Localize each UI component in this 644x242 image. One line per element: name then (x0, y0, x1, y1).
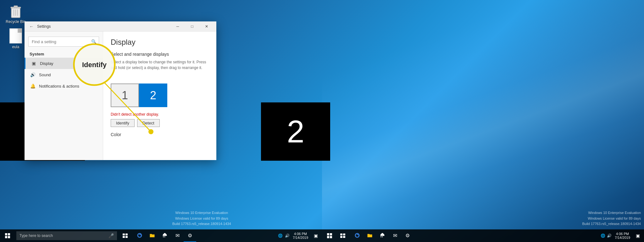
taskbar-explorer-icon-2[interactable] (364, 229, 376, 242)
taskbar-apps: ✉ ⚙ (133, 229, 196, 242)
taskbar-right: 🌐 🔊 4:06 PM 7/14/2019 ▣ (277, 229, 322, 242)
watermark-right: Windows 10 Enterprise Evaluation Windows… (582, 210, 641, 227)
taskbar-settings-icon[interactable]: ⚙ (184, 229, 196, 242)
notifications-icon: 🔔 (30, 83, 36, 89)
taskbar-apps-2: ✉ ⚙ (351, 229, 414, 242)
window-titlebar: ← Settings ─ □ ✕ (25, 21, 216, 32)
recycle-bin-icon[interactable]: Recycle Bin (3, 3, 28, 24)
clock-date-2: 7/14/2019 (615, 236, 630, 239)
task-view-button-2[interactable] (337, 229, 348, 242)
search-icon: 🔍 (91, 39, 97, 44)
svg-rect-18 (327, 233, 329, 235)
sidebar-item-notifications[interactable]: 🔔 Notifications & actions (25, 80, 103, 92)
clock-area[interactable]: 4:06 PM 7/14/2019 (290, 229, 311, 242)
notification-center-button-2[interactable]: ▣ (633, 229, 643, 242)
display-1-number: 1 (122, 89, 128, 102)
window-close-button[interactable]: ✕ (199, 21, 214, 32)
network-tray-icon[interactable]: 🌐 (277, 229, 283, 242)
identify-button[interactable]: Identify (111, 119, 135, 127)
svg-rect-2 (14, 6, 18, 7)
window-controls: ─ □ ✕ (170, 21, 214, 32)
detect-button[interactable]: Detect (137, 119, 160, 127)
taskbar-search-mic-icon: 🎤 (108, 233, 114, 238)
notification-center-button[interactable]: ▣ (311, 229, 321, 242)
svg-rect-15 (125, 233, 128, 235)
clock-area-2[interactable]: 4:06 PM 7/14/2019 (612, 229, 633, 242)
monitor-right-overlay: 2 (261, 102, 330, 161)
display-icon: ▣ (31, 60, 37, 66)
settings-window: ← Settings ─ □ ✕ 🔍 System ▣ Display 🔊 So… (25, 21, 216, 160)
svg-rect-14 (123, 233, 125, 235)
sidebar-item-display-label: Display (40, 61, 53, 66)
display-2-number: 2 (150, 89, 156, 102)
settings-sidebar: 🔍 System ▣ Display 🔊 Sound 🔔 Notificatio… (25, 32, 103, 160)
taskbar-edge-icon[interactable] (133, 229, 146, 242)
taskbar-search-text: Type here to search (19, 233, 108, 238)
taskbar-mail-icon-2[interactable]: ✉ (389, 229, 401, 242)
clock-time-2: 4:06 PM (616, 232, 629, 236)
svg-rect-12 (5, 236, 7, 238)
taskbar-settings-icon-2[interactable]: ⚙ (401, 229, 414, 242)
taskbar: Type here to search 🎤 ✉ ⚙ 🌐 🔊 4 (0, 229, 322, 242)
window-minimize-button[interactable]: ─ (170, 21, 185, 32)
display-previews: 1 2 (111, 76, 209, 107)
watermark-left-line2: Windows License valid for 89 days (172, 216, 231, 222)
volume-tray-icon-2[interactable]: 🔊 (606, 229, 612, 242)
display-1-box[interactable]: 1 (111, 84, 139, 107)
watermark-left-line3: Build 17763.rs5_release.180914-1434 (172, 221, 231, 227)
svg-rect-11 (8, 233, 10, 235)
taskbar-edge-icon-2[interactable] (351, 229, 364, 242)
clock-date: 7/14/2019 (293, 236, 308, 239)
taskbar-search-bar[interactable]: Type here to search 🎤 (16, 231, 117, 240)
start-button-2[interactable] (322, 229, 337, 242)
network-tray-icon-2[interactable]: 🌐 (600, 229, 606, 242)
sidebar-item-sound[interactable]: 🔊 Sound (25, 69, 103, 80)
watermark-left-line1: Windows 10 Enterprise Evaluation (172, 210, 231, 216)
window-title: Settings (37, 24, 170, 29)
taskbar-second: ✉ ⚙ 🌐 🔊 4:06 PM 7/14/2019 ▣ (322, 229, 644, 242)
taskbar-explorer-icon[interactable] (146, 229, 158, 242)
svg-rect-10 (5, 233, 7, 235)
window-back-button[interactable]: ← (27, 22, 36, 31)
section-title: Select and rearrange displays (111, 52, 209, 57)
taskbar-store-icon[interactable] (158, 229, 171, 242)
taskbar-left: Type here to search 🎤 (0, 229, 118, 242)
sidebar-item-display[interactable]: ▣ Display (25, 58, 103, 69)
taskbar-right-2: 🌐 🔊 4:06 PM 7/14/2019 ▣ (600, 229, 644, 242)
svg-rect-20 (327, 236, 329, 238)
watermark-left: Windows 10 Enterprise Evaluation Windows… (172, 210, 231, 227)
settings-content: Display Select and rearrange displays Se… (103, 32, 216, 160)
settings-search-input[interactable] (28, 37, 99, 47)
content-description: Select a display below to change the set… (111, 59, 209, 71)
svg-rect-13 (8, 236, 10, 238)
clock-time: 4:06 PM (294, 232, 307, 236)
volume-tray-icon[interactable]: 🔊 (284, 229, 290, 242)
color-section-title: Color (111, 132, 209, 137)
start-button[interactable] (0, 229, 15, 242)
sidebar-item-sound-label: Sound (39, 72, 51, 77)
systray: 🌐 🔊 (277, 229, 290, 242)
svg-rect-22 (340, 233, 342, 235)
display-action-buttons: Identify Detect (111, 119, 209, 127)
svg-rect-25 (343, 236, 345, 238)
watermark-right-line1: Windows 10 Enterprise Evaluation (582, 210, 641, 216)
watermark-right-line2: Windows License valid for 89 days (582, 216, 641, 222)
monitor-right-number: 2 (287, 113, 304, 150)
search-box: 🔍 (28, 37, 99, 47)
window-maximize-button[interactable]: □ (185, 21, 199, 32)
sound-icon: 🔊 (30, 72, 36, 78)
svg-rect-24 (340, 236, 342, 238)
detect-error-message: Didn't detect another display. (111, 112, 209, 117)
taskbar-store-icon-2[interactable] (376, 229, 389, 242)
task-view-button[interactable] (119, 229, 131, 242)
display-2-box[interactable]: 2 (139, 84, 167, 107)
window-body: 🔍 System ▣ Display 🔊 Sound 🔔 Notificatio… (25, 32, 216, 160)
svg-rect-16 (123, 236, 125, 238)
content-title: Display (111, 38, 209, 47)
watermark-right-line3: Build 17763.rs5_release.180914-1434 (582, 221, 641, 227)
sidebar-system-label: System (25, 49, 103, 58)
svg-rect-21 (330, 236, 332, 238)
svg-rect-19 (330, 233, 332, 235)
svg-rect-23 (343, 233, 345, 235)
taskbar-mail-icon[interactable]: ✉ (171, 229, 184, 242)
